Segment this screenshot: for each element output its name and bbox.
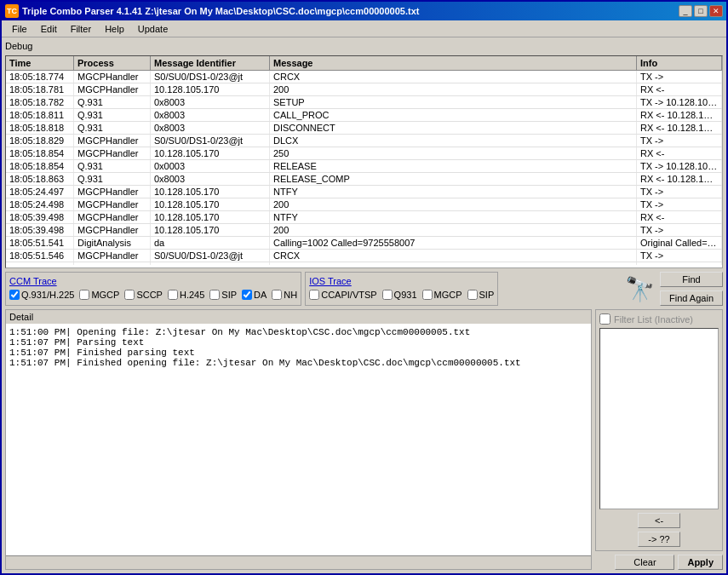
ccm-cb-label: MGCP: [91, 290, 119, 300]
table-row[interactable]: 18:05:24.498 MGCPHandler 10.128.105.170 …: [6, 198, 722, 211]
td-process: MGCPHandler: [74, 71, 151, 83]
td-message: RELEASE_COMP: [270, 173, 637, 185]
clear-button[interactable]: Clear: [615, 555, 674, 570]
ccm-cb-item: NH: [272, 290, 297, 300]
apply-button[interactable]: Apply: [678, 555, 723, 570]
td-message: CRCX: [270, 71, 637, 83]
find-again-button[interactable]: Find Again: [660, 290, 723, 306]
td-message: 250: [270, 147, 637, 159]
table-row[interactable]: 18:05:18.774 MGCPHandler S0/SU0/DS1-0/23…: [6, 71, 722, 83]
app-icon: TC: [5, 4, 19, 18]
td-info: TX -> 10.128.105.170: [637, 160, 722, 172]
td-process: MGCPHandler: [74, 147, 151, 159]
table-header: Time Process Message Identifier Message …: [6, 56, 722, 71]
ios-trace-section: IOS Trace CCAPI/VTSPQ931MGCPSIP: [305, 272, 498, 306]
title-bar: TC Triple Combo Parser 4.1.41 Z:\jtesar …: [2, 2, 726, 20]
td-time: 18:05:18.829: [6, 135, 74, 147]
minimize-button[interactable]: _: [679, 5, 692, 17]
menu-file[interactable]: File: [5, 22, 34, 36]
ccm-cb-label: Q.931/H.225: [21, 290, 74, 300]
td-message: CRCX: [270, 250, 637, 262]
td-info: TX ->: [637, 198, 722, 210]
ccm-cb-h-245[interactable]: [168, 290, 178, 300]
ccm-cb-mgcp[interactable]: [79, 290, 89, 300]
filter-list-content[interactable]: [599, 328, 719, 509]
arrow-right-button[interactable]: -> ??: [638, 532, 680, 547]
table-row[interactable]: 18:05:18.781 MGCPHandler 10.128.105.170 …: [6, 83, 722, 96]
ios-cb-mgcp[interactable]: [422, 290, 433, 300]
right-panel: Filter List (Inactive) <- -> ?? Clear Ap…: [595, 309, 723, 570]
ios-trace-title[interactable]: IOS Trace: [309, 276, 494, 286]
table-row[interactable]: 18:05:39.498 MGCPHandler 10.128.105.170 …: [6, 211, 722, 224]
ios-cb-label: CCAPI/VTSP: [321, 290, 376, 300]
maximize-button[interactable]: □: [694, 5, 708, 17]
td-process: Q.931: [74, 96, 151, 108]
td-process: Q.931: [74, 160, 151, 172]
td-info: RX <- 10.128.105.170: [637, 173, 722, 185]
ios-cb-sip[interactable]: [467, 290, 478, 300]
td-process: DigitAnalysis: [74, 237, 151, 249]
td-message: NTFY: [270, 211, 637, 223]
td-process: MGCPHandler: [74, 262, 151, 265]
td-message: DLCX: [270, 135, 637, 147]
ios-cb-ccapi-vtsp[interactable]: [309, 290, 319, 300]
td-msg-id: 10.128.105.170: [151, 224, 270, 236]
ccm-cb-q-931-h-225[interactable]: [9, 290, 20, 300]
menu-edit[interactable]: Edit: [34, 22, 64, 36]
ccm-cb-sccp[interactable]: [124, 290, 135, 300]
td-msg-id: 10.128.105.170: [151, 186, 270, 198]
td-info: Original Called=99725558007: [637, 237, 722, 249]
ccm-cb-item: SCCP: [124, 290, 163, 300]
td-message: 200: [270, 262, 637, 265]
table-row[interactable]: 18:05:51.546 MGCPHandler S0/SU0/DS1-0/23…: [6, 250, 722, 262]
table-row[interactable]: 18:05:18.829 MGCPHandler S0/SU0/DS1-0/23…: [6, 135, 722, 147]
td-info: RX <-: [637, 262, 722, 265]
menu-update[interactable]: Update: [131, 22, 175, 36]
ccm-cb-da[interactable]: [242, 290, 252, 300]
ccm-checkboxes: Q.931/H.225MGCPSCCPH.245SIPDANH: [9, 290, 297, 300]
log-table-container: Time Process Message Identifier Message …: [5, 55, 723, 268]
ccm-cb-sip[interactable]: [209, 290, 220, 300]
td-info: TX ->: [637, 250, 722, 262]
table-row[interactable]: 18:05:18.818 Q.931 0x8003 DISCONNECT RX …: [6, 122, 722, 135]
td-info: RX <-: [637, 211, 722, 223]
col-info: Info: [637, 56, 722, 70]
td-info: RX <- 10.128.105.170: [637, 109, 722, 121]
table-row[interactable]: 18:05:18.782 Q.931 0x8003 SETUP TX -> 10…: [6, 96, 722, 109]
table-row[interactable]: 18:05:18.811 Q.931 0x8003 CALL_PROC RX <…: [6, 109, 722, 122]
ccm-cb-item: SIP: [209, 290, 237, 300]
table-row[interactable]: 18:05:18.854 Q.931 0x0003 RELEASE TX -> …: [6, 160, 722, 173]
ios-checkboxes: CCAPI/VTSPQ931MGCPSIP: [309, 290, 494, 300]
table-row[interactable]: 18:05:39.498 MGCPHandler 10.128.105.170 …: [6, 224, 722, 237]
td-msg-id: 10.128.105.170: [151, 198, 270, 210]
detail-hscrollbar[interactable]: [6, 555, 591, 569]
table-row[interactable]: 18:05:51.551 MGCPHandler 10.128.105.170 …: [6, 262, 722, 265]
td-info: TX ->: [637, 186, 722, 198]
ccm-cb-item: MGCP: [79, 290, 119, 300]
filter-list-title: Filter List (Inactive): [614, 314, 693, 325]
td-info: RX <-: [637, 83, 722, 95]
arrow-left-button[interactable]: <-: [638, 513, 680, 528]
td-msg-id: 10.128.105.170: [151, 83, 270, 95]
filter-list-checkbox[interactable]: [599, 313, 610, 325]
td-info: RX <- 10.128.105.170: [637, 122, 722, 134]
detail-text[interactable]: 1:51:00 PM| Opening file: Z:\jtesar On M…: [6, 324, 591, 555]
debug-label: Debug: [5, 41, 723, 51]
find-button[interactable]: Find: [660, 272, 723, 287]
table-row[interactable]: 18:05:51.541 DigitAnalysis da Calling=10…: [6, 237, 722, 250]
td-process: MGCPHandler: [74, 83, 151, 95]
ios-cb-q931[interactable]: [382, 290, 393, 300]
menu-help[interactable]: Help: [98, 22, 131, 36]
table-body[interactable]: 18:05:18.774 MGCPHandler S0/SU0/DS1-0/23…: [6, 71, 722, 265]
table-row[interactable]: 18:05:18.863 Q.931 0x8003 RELEASE_COMP R…: [6, 173, 722, 186]
td-process: Q.931: [74, 109, 151, 121]
close-button[interactable]: ✕: [709, 5, 723, 17]
detail-label: Detail: [6, 310, 591, 324]
ccm-cb-label: NH: [284, 290, 297, 300]
menu-filter[interactable]: Filter: [64, 22, 98, 36]
ccm-trace-title[interactable]: CCM Trace: [9, 276, 297, 286]
table-row[interactable]: 18:05:24.497 MGCPHandler 10.128.105.170 …: [6, 186, 722, 198]
table-row[interactable]: 18:05:18.854 MGCPHandler 10.128.105.170 …: [6, 147, 722, 160]
ccm-cb-nh[interactable]: [272, 290, 282, 300]
ios-cb-label: SIP: [479, 290, 495, 300]
